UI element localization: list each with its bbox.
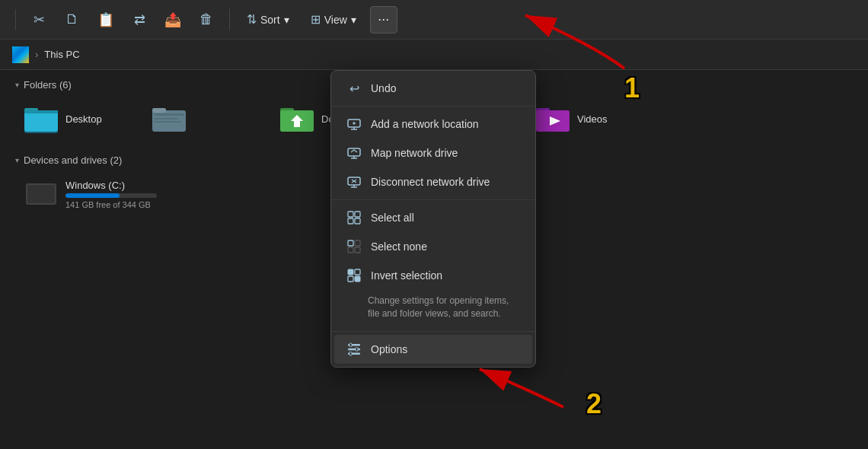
menu-divider-1 (331, 106, 535, 107)
menu-item-add-network[interactable]: Add a network location (334, 110, 532, 139)
menu-item-disconnect[interactable]: Disconnect network drive (334, 167, 532, 196)
menu-undo-label: Undo (371, 82, 396, 94)
sort-label: Sort (260, 14, 280, 26)
menu-options-label: Options (371, 343, 407, 355)
menu-item-options[interactable]: Options (334, 335, 532, 364)
folder-videos[interactable]: Videos (527, 98, 649, 139)
folder-placeholder-icon (152, 104, 186, 133)
menu-invert-label: Invert selection (371, 269, 442, 282)
menu-select-all-label: Select all (371, 212, 414, 224)
drive-c-bar-container (65, 193, 157, 198)
share-icon[interactable]: 📤 (159, 6, 187, 33)
folder-desktop-label: Desktop (65, 113, 102, 125)
addressbar: › This PC (0, 40, 868, 70)
drives-section-label: Devices and drives (2) (24, 154, 122, 166)
svg-rect-39 (355, 218, 360, 224)
toolbar-separator-2 (229, 9, 230, 30)
svg-rect-36 (348, 212, 353, 217)
svg-rect-41 (355, 240, 360, 246)
drive-c[interactable]: Windows (C:) 141 GB free of 344 GB (15, 174, 168, 215)
drive-c-free: 141 GB free of 344 GB (65, 200, 157, 209)
folders-section-label: Folders (6) (24, 79, 72, 91)
copy-icon[interactable]: 🗋 (59, 6, 86, 33)
svg-rect-22 (27, 185, 55, 203)
map-drive-icon (346, 145, 362, 161)
svg-rect-38 (348, 218, 353, 224)
folder-desktop[interactable]: Desktop (15, 98, 137, 139)
svg-rect-6 (154, 113, 184, 116)
drive-c-info: Windows (C:) 141 GB free of 344 GB (65, 180, 157, 209)
folder-downloads-icon (280, 104, 314, 133)
select-none-icon (346, 239, 362, 254)
menu-add-network-label: Add a network location (371, 118, 479, 130)
cut-icon[interactable]: ✂ (25, 6, 53, 33)
sort-icon: ⇅ (247, 12, 257, 27)
folder-placeholder[interactable] (143, 98, 265, 139)
svg-rect-45 (355, 269, 360, 275)
menu-disconnect-label: Disconnect network drive (371, 176, 490, 188)
svg-rect-49 (348, 348, 360, 350)
breadcrumb-thispc[interactable]: This PC (44, 49, 79, 60)
sort-chevron-icon: ▾ (284, 14, 289, 26)
drive-c-name: Windows (C:) (65, 180, 157, 191)
svg-rect-47 (355, 276, 360, 282)
sort-button[interactable]: ⇅ Sort ▾ (239, 8, 297, 30)
annotation-badge-1: 1 (624, 72, 640, 104)
paste-icon[interactable]: 📋 (92, 6, 120, 33)
view-button[interactable]: ⊞ View ▾ (303, 8, 364, 30)
menu-item-invert[interactable]: Invert selection (334, 261, 532, 290)
select-all-icon (346, 210, 362, 225)
menu-item-select-none[interactable]: Select none (334, 232, 532, 261)
windows-icon (12, 46, 29, 63)
view-label: View (324, 14, 347, 26)
menu-select-none-label: Select none (371, 240, 427, 253)
svg-rect-37 (355, 212, 360, 217)
svg-rect-44 (348, 269, 353, 275)
svg-rect-42 (348, 247, 353, 253)
svg-rect-40 (348, 240, 353, 246)
menu-item-select-all[interactable]: Select all (334, 203, 532, 232)
undo-icon: ↩ (346, 81, 362, 96)
invert-icon (346, 268, 362, 283)
toolbar: ✂ 🗋 📋 ⇄ 📤 🗑 ⇅ Sort ▾ ⊞ View ▾ ··· (0, 0, 868, 40)
menu-item-map-drive[interactable]: Map network drive (334, 139, 532, 167)
rename-icon[interactable]: ⇄ (126, 6, 153, 33)
folders-chevron-icon: ▾ (15, 81, 19, 89)
folder-desktop-icon (24, 104, 58, 133)
drive-c-icon (24, 180, 58, 209)
folder-videos-label: Videos (577, 113, 608, 125)
drives-chevron-icon: ▾ (15, 156, 19, 164)
menu-tooltip-text: Change settings for opening items, file … (368, 295, 509, 319)
svg-rect-46 (348, 276, 353, 282)
svg-rect-52 (356, 347, 358, 351)
drive-c-bar (65, 193, 120, 198)
svg-rect-51 (349, 343, 352, 347)
menu-divider-3 (331, 331, 535, 332)
svg-rect-8 (154, 121, 181, 123)
more-label: ··· (378, 11, 389, 27)
svg-rect-2 (24, 110, 58, 132)
disconnect-icon (346, 174, 362, 189)
svg-rect-7 (154, 118, 178, 119)
folder-videos-icon (536, 104, 570, 133)
svg-rect-43 (355, 247, 360, 253)
more-options-button[interactable]: ··· (370, 6, 397, 33)
menu-divider-2 (331, 199, 535, 200)
options-icon (346, 342, 362, 357)
svg-rect-5 (152, 108, 166, 113)
menu-map-drive-label: Map network drive (371, 147, 458, 159)
breadcrumb-separator: › (35, 49, 38, 60)
annotation-badge-2: 2 (586, 388, 602, 420)
svg-rect-53 (349, 352, 352, 355)
add-network-icon (346, 116, 362, 132)
svg-rect-3 (24, 110, 58, 113)
delete-icon[interactable]: 🗑 (193, 6, 220, 33)
view-chevron-icon: ▾ (351, 14, 356, 26)
context-menu: ↩ Undo Add a network location Map netw (330, 70, 536, 368)
menu-item-undo[interactable]: ↩ Undo (334, 74, 532, 103)
view-icon: ⊞ (311, 12, 321, 27)
menu-invert-tooltip: Change settings for opening items, file … (331, 290, 535, 328)
